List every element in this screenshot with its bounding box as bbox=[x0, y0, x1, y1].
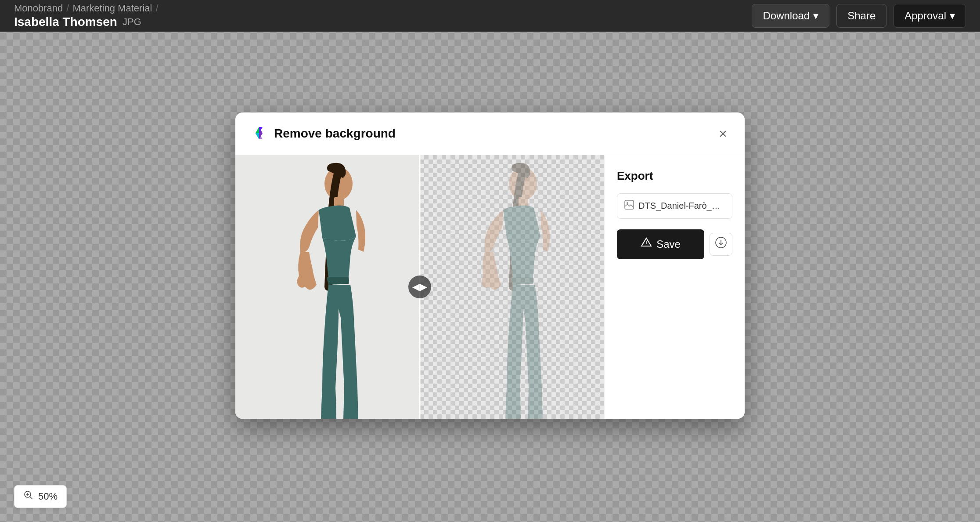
modal-header-left: Remove background bbox=[251, 126, 396, 141]
export-sidebar: Export DTS_Daniel-Farò_Warm-Up_033 22 bbox=[604, 155, 745, 419]
person-svg-cutout bbox=[455, 160, 569, 419]
save-button[interactable]: Save bbox=[617, 229, 704, 259]
save-icon bbox=[641, 237, 652, 251]
download-to-device-button[interactable] bbox=[710, 233, 732, 256]
processed-image-side bbox=[420, 155, 604, 419]
modal-title: Remove background bbox=[274, 127, 396, 141]
modal-body: ◀▶ Export DTS_Daniel-Farò_Warm-Up_ bbox=[235, 155, 745, 419]
modal-header: Remove background × bbox=[235, 112, 745, 155]
file-icon bbox=[624, 200, 634, 212]
person-original bbox=[235, 155, 420, 419]
save-brand-icon bbox=[641, 237, 652, 249]
remove-background-modal: Remove background × bbox=[235, 112, 745, 419]
filename-text: DTS_Daniel-Farò_Warm-Up_033 22 bbox=[638, 201, 725, 211]
image-file-icon bbox=[624, 200, 634, 210]
person-svg-original bbox=[270, 160, 385, 419]
image-comparison-area: ◀▶ bbox=[235, 155, 604, 419]
brand-logo-icon bbox=[251, 126, 267, 141]
export-title: Export bbox=[617, 169, 732, 183]
filename-field: DTS_Daniel-Farò_Warm-Up_033 22 bbox=[617, 193, 732, 219]
drag-arrows-icon: ◀▶ bbox=[412, 281, 427, 293]
download-icon bbox=[715, 236, 727, 249]
comparison-drag-handle[interactable]: ◀▶ bbox=[408, 276, 431, 298]
svg-rect-5 bbox=[625, 200, 634, 209]
export-actions: Save bbox=[617, 229, 732, 259]
modal-overlay: Remove background × bbox=[0, 0, 980, 522]
original-image-side bbox=[235, 155, 420, 419]
modal-close-button[interactable]: × bbox=[717, 125, 729, 142]
person-cutout bbox=[420, 155, 604, 419]
svg-point-6 bbox=[627, 202, 628, 204]
save-label: Save bbox=[656, 238, 681, 250]
download-circle-icon bbox=[715, 236, 727, 252]
